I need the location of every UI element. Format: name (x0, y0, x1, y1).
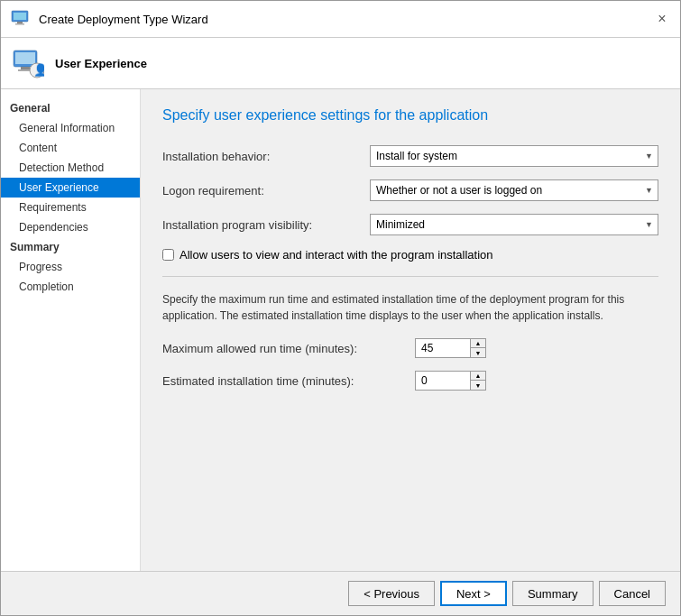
est-install-time-row: Estimated installation time (minutes): ▲… (162, 371, 658, 391)
installation-visibility-label: Installation program visibility: (162, 218, 370, 232)
est-install-time-up[interactable]: ▲ (471, 372, 485, 381)
header-title: User Experience (55, 57, 147, 70)
next-button[interactable]: Next > (440, 581, 507, 606)
title-bar-title: Create Deployment Type Wizard (39, 13, 208, 26)
summary-button[interactable]: Summary (512, 581, 594, 606)
sidebar-item-content[interactable]: Content (1, 138, 140, 158)
allow-interact-row: Allow users to view and interact with th… (162, 248, 658, 262)
close-button[interactable]: × (653, 10, 671, 28)
svg-rect-2 (17, 22, 23, 23)
installation-behavior-row: Installation behavior: Install for syste… (162, 145, 658, 167)
sidebar-section-general: General (1, 98, 140, 118)
est-install-time-input[interactable] (416, 372, 470, 390)
wizard-window: Create Deployment Type Wizard × 👤 User E… (0, 0, 681, 616)
max-run-time-up[interactable]: ▲ (471, 339, 485, 348)
page-title: Specify user experience settings for the… (162, 107, 658, 124)
content-area: General General Information Content Dete… (1, 89, 680, 571)
max-run-time-label: Maximum allowed run time (minutes): (162, 342, 415, 355)
logon-requirement-select[interactable]: Whether or not a user is logged on Only … (370, 179, 658, 201)
title-bar-left: Create Deployment Type Wizard (10, 8, 208, 30)
header-icon: 👤 (12, 47, 44, 79)
cancel-button[interactable]: Cancel (599, 581, 666, 606)
svg-rect-3 (15, 23, 24, 25)
footer: < Previous Next > Summary Cancel (1, 571, 680, 615)
installation-visibility-wrapper: Minimized Normal Maximized Hidden (370, 214, 658, 235)
title-bar: Create Deployment Type Wizard × (1, 1, 680, 38)
previous-button[interactable]: < Previous (348, 581, 435, 606)
wizard-icon (10, 8, 32, 30)
svg-rect-1 (14, 13, 26, 20)
installation-behavior-select[interactable]: Install for system Install for user Inst… (370, 145, 658, 167)
svg-text:👤: 👤 (33, 62, 44, 78)
wizard-header: 👤 User Experience (1, 38, 680, 89)
sidebar: General General Information Content Dete… (1, 89, 141, 571)
est-install-time-down[interactable]: ▼ (471, 381, 485, 390)
installation-visibility-select[interactable]: Minimized Normal Maximized Hidden (370, 214, 658, 235)
max-run-time-buttons: ▲ ▼ (470, 339, 485, 357)
sidebar-section-summary: Summary (1, 237, 140, 257)
max-run-time-spinner: ▲ ▼ (415, 338, 486, 358)
allow-interact-checkbox[interactable] (162, 249, 174, 261)
divider (162, 276, 658, 277)
info-text: Specify the maximum run time and estimat… (162, 291, 658, 324)
est-install-time-spinner: ▲ ▼ (415, 371, 486, 391)
installation-visibility-row: Installation program visibility: Minimiz… (162, 214, 658, 235)
est-install-time-label: Estimated installation time (minutes): (162, 374, 415, 388)
installation-behavior-wrapper: Install for system Install for user Inst… (370, 145, 658, 167)
main-panel: Specify user experience settings for the… (141, 89, 680, 571)
sidebar-item-detection-method[interactable]: Detection Method (1, 158, 140, 178)
max-run-time-down[interactable]: ▼ (471, 348, 485, 357)
max-run-time-input[interactable] (416, 339, 470, 357)
est-install-time-buttons: ▲ ▼ (470, 372, 485, 390)
sidebar-item-general-information[interactable]: General Information (1, 118, 140, 138)
sidebar-item-completion[interactable]: Completion (1, 277, 140, 297)
sidebar-item-user-experience[interactable]: User Experience (1, 178, 140, 198)
logon-requirement-label: Logon requirement: (162, 184, 370, 198)
sidebar-item-dependencies[interactable]: Dependencies (1, 217, 140, 237)
max-run-time-row: Maximum allowed run time (minutes): ▲ ▼ (162, 338, 658, 358)
sidebar-item-requirements[interactable]: Requirements (1, 198, 140, 217)
installation-behavior-label: Installation behavior: (162, 150, 370, 163)
svg-rect-6 (21, 67, 30, 69)
sidebar-item-progress[interactable]: Progress (1, 257, 140, 277)
svg-rect-5 (15, 52, 35, 64)
allow-interact-label: Allow users to view and interact with th… (179, 248, 493, 262)
logon-requirement-wrapper: Whether or not a user is logged on Only … (370, 179, 658, 201)
logon-requirement-row: Logon requirement: Whether or not a user… (162, 179, 658, 201)
